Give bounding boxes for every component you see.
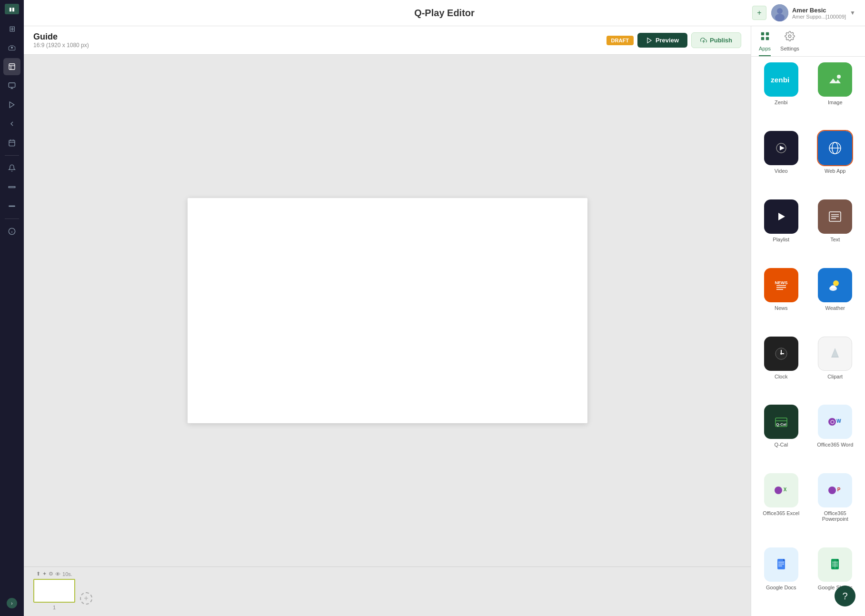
svg-text:zenbi: zenbi xyxy=(771,76,789,84)
svg-point-72 xyxy=(828,487,836,494)
qcal-icon: Q-Cal xyxy=(764,405,798,439)
svg-rect-8 xyxy=(9,140,15,146)
sidebar-item-dashboard[interactable]: ⊞ xyxy=(3,20,20,37)
app-video[interactable]: Video xyxy=(757,131,805,194)
publish-button[interactable]: Publish xyxy=(691,32,741,48)
svg-rect-12 xyxy=(9,187,15,188)
app-clipart[interactable]: Clipart xyxy=(811,337,860,399)
svg-point-26 xyxy=(788,35,791,38)
sidebar-logo: ▮▮ xyxy=(5,4,19,14)
sidebar-item-schedule[interactable] xyxy=(3,134,20,151)
svg-point-29 xyxy=(837,75,841,79)
sidebar-item-display[interactable] xyxy=(3,77,20,94)
sidebar-item-share[interactable] xyxy=(3,115,20,132)
sidebar-item-info[interactable] xyxy=(3,223,20,240)
tab-settings[interactable]: Settings xyxy=(780,31,799,56)
sidebar-item-playlist[interactable] xyxy=(3,96,20,113)
sidebar-item-editor[interactable] xyxy=(3,58,20,75)
draft-badge: DRAFT xyxy=(606,36,634,45)
svg-marker-20 xyxy=(647,38,651,43)
tab-apps[interactable]: Apps xyxy=(759,31,771,56)
app-text[interactable]: Text xyxy=(811,199,860,262)
svg-text:Q-Cal: Q-Cal xyxy=(776,422,786,427)
svg-text:W: W xyxy=(837,418,842,424)
settings-tab-icon xyxy=(785,31,795,44)
app-office365ppt[interactable]: P Office365 Powerpoint xyxy=(811,473,860,542)
svg-point-57 xyxy=(780,353,782,355)
sidebar-expand-button[interactable]: › xyxy=(7,598,17,608)
svg-rect-76 xyxy=(778,562,784,563)
clipart-label: Clipart xyxy=(827,374,843,379)
sidebar-item-media[interactable] xyxy=(3,39,20,56)
sidebar-item-bar[interactable] xyxy=(3,198,20,215)
slide-duration: 10s. xyxy=(62,571,72,577)
svg-rect-77 xyxy=(778,564,784,565)
editor-toolbar: Guide 16:9 (1920 x 1080 px) DRAFT Previe… xyxy=(24,26,751,55)
svg-rect-28 xyxy=(825,70,845,89)
app-weather[interactable]: Weather xyxy=(811,268,860,331)
zenbi-icon: zenbi xyxy=(764,62,798,97)
sidebar: ▮▮ ⊞ › xyxy=(0,0,24,616)
office365ppt-icon: P xyxy=(818,473,852,507)
slide-upload-icon: ⬆ xyxy=(36,571,40,577)
sidebar-item-ticker[interactable] xyxy=(3,179,20,196)
content-area: Guide 16:9 (1920 x 1080 px) DRAFT Previe… xyxy=(24,26,865,616)
sidebar-item-notifications[interactable] xyxy=(3,159,20,177)
svg-rect-47 xyxy=(776,287,786,288)
app-playlist[interactable]: Playlist xyxy=(757,199,805,262)
preview-button[interactable]: Preview xyxy=(637,33,687,48)
document-title: Guide xyxy=(33,32,601,42)
toolbar-actions: DRAFT Preview Publish xyxy=(606,32,741,48)
app-title: Q-Play Editor xyxy=(414,8,475,19)
svg-rect-78 xyxy=(778,566,782,566)
slide-eye-icon: 👁 xyxy=(55,571,60,577)
add-button[interactable]: + xyxy=(752,6,766,20)
user-name: Amer Besic xyxy=(792,7,846,14)
avatar xyxy=(771,4,788,21)
svg-text:NEWS: NEWS xyxy=(775,280,787,285)
user-profile[interactable]: Amer Besic Amer Suppo...[100009] ▼ xyxy=(771,4,855,21)
app-webapp[interactable]: Web App xyxy=(811,131,860,194)
googledocs-icon xyxy=(764,547,798,582)
app-office365excel[interactable]: X Office365 Excel xyxy=(757,473,805,542)
svg-rect-24 xyxy=(761,37,764,40)
news-icon: NEWS xyxy=(764,268,798,302)
image-label: Image xyxy=(828,99,843,105)
svg-point-18 xyxy=(777,8,783,14)
app-office365word[interactable]: ⬡W Office365 Word xyxy=(811,405,860,467)
qcal-label: Q-Cal xyxy=(774,442,788,447)
svg-point-19 xyxy=(775,14,785,21)
svg-text:⬡: ⬡ xyxy=(830,419,835,425)
slide-number-1: 1 xyxy=(53,605,56,610)
app-image[interactable]: Image xyxy=(811,62,860,125)
app-news[interactable]: NEWS News xyxy=(757,268,805,331)
timeline: ⬆ ✦ ⚙ 👁 10s. 1 + xyxy=(24,566,751,616)
office365ppt-label: Office365 Powerpoint xyxy=(811,510,860,522)
svg-point-69 xyxy=(775,487,782,494)
sidebar-divider xyxy=(5,155,19,156)
slide-1-wrapper: ⬆ ✦ ⚙ 👁 10s. 1 xyxy=(33,571,75,610)
clipart-icon xyxy=(818,337,852,371)
zenbi-label: Zenbi xyxy=(775,99,788,105)
canvas-area xyxy=(24,55,751,566)
svg-rect-4 xyxy=(9,83,15,87)
text-label: Text xyxy=(830,237,840,242)
app-googledocs[interactable]: Google Docs xyxy=(757,547,805,610)
help-button[interactable]: ? xyxy=(835,586,855,606)
editor-area: Guide 16:9 (1920 x 1080 px) DRAFT Previe… xyxy=(24,26,751,616)
office365word-label: Office365 Word xyxy=(817,442,853,447)
settings-tab-label: Settings xyxy=(780,46,799,51)
svg-rect-22 xyxy=(761,32,764,35)
editor-canvas[interactable] xyxy=(188,198,587,423)
document-info: Guide 16:9 (1920 x 1080 px) xyxy=(33,32,601,49)
app-zenbi[interactable]: zenbi Zenbi xyxy=(757,62,805,125)
slide-thumbnail-1[interactable] xyxy=(33,579,75,603)
text-icon xyxy=(818,199,852,234)
sidebar-divider-2 xyxy=(5,219,19,219)
app-clock[interactable]: Clock xyxy=(757,337,805,399)
app-qcal[interactable]: Q-Cal Q-Cal xyxy=(757,405,805,467)
office365excel-icon: X xyxy=(764,473,798,507)
svg-point-50 xyxy=(833,280,839,286)
add-slide-button[interactable]: + xyxy=(80,592,92,605)
apps-grid: zenbi Zenbi Image Video xyxy=(751,57,865,616)
